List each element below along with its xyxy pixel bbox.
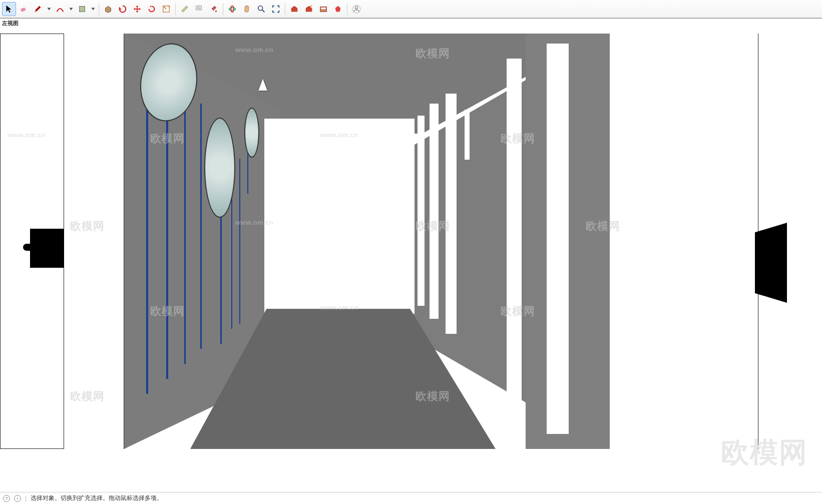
status-hint: 选择对象。切换到扩充选择。拖动鼠标选择多项。 bbox=[31, 494, 163, 502]
scene: 欧模网 欧模网 欧模网 欧模网 欧模网 欧模网 欧模网 欧模网 欧模网 欧模网 … bbox=[0, 19, 822, 492]
door-handle-icon bbox=[755, 223, 787, 303]
corridor-opening bbox=[264, 119, 415, 314]
tape-tool[interactable] bbox=[178, 2, 192, 16]
brand-watermark: 欧模网 bbox=[721, 434, 808, 472]
move-tool[interactable] bbox=[130, 2, 144, 16]
svg-point-8 bbox=[258, 6, 263, 10]
warehouse-tool-1[interactable] bbox=[287, 2, 301, 16]
select-tool[interactable] bbox=[2, 2, 16, 16]
status-bar: ? i | 选择对象。切换到扩充选择。拖动鼠标选择多项。 bbox=[0, 492, 822, 504]
wall-gap bbox=[547, 44, 569, 434]
paint-tool[interactable] bbox=[207, 2, 221, 16]
svg-point-5 bbox=[215, 10, 217, 12]
wall-stripe bbox=[146, 74, 148, 394]
left-door-panel bbox=[64, 34, 124, 449]
status-info-icon[interactable]: i bbox=[14, 495, 21, 502]
door-handle-icon bbox=[30, 229, 64, 268]
toolbar-separator bbox=[99, 3, 99, 15]
wall-gap bbox=[507, 59, 522, 409]
svg-rect-0 bbox=[21, 7, 26, 12]
pan-tool[interactable] bbox=[240, 2, 254, 16]
svg-text:A1: A1 bbox=[197, 6, 201, 10]
wall-gap bbox=[610, 34, 635, 449]
wall-stripe bbox=[239, 159, 240, 324]
wall-art-circle bbox=[244, 108, 259, 158]
svg-rect-10 bbox=[321, 8, 326, 9]
view-label: 左视图 bbox=[2, 20, 19, 27]
wall-gap bbox=[446, 94, 457, 334]
viewport-container: 左视图 bbox=[0, 18, 822, 492]
right-wall-edge bbox=[712, 34, 758, 449]
pencil-dropdown[interactable] bbox=[46, 2, 53, 16]
wall-stripe bbox=[184, 94, 186, 364]
shape-dropdown[interactable] bbox=[90, 2, 97, 16]
wall-gap bbox=[430, 104, 439, 319]
toolbar-separator bbox=[223, 3, 223, 15]
zoom-tool[interactable] bbox=[254, 2, 268, 16]
wall-stripe bbox=[200, 104, 202, 349]
svg-point-11 bbox=[355, 6, 357, 9]
pencil-tool[interactable] bbox=[31, 2, 45, 16]
toolbar-separator bbox=[347, 3, 347, 15]
toolbar-separator bbox=[285, 3, 285, 15]
text-tool[interactable]: A1 bbox=[192, 2, 206, 16]
wall-stripe bbox=[220, 199, 222, 344]
eraser-tool[interactable] bbox=[17, 2, 31, 16]
shape-tool[interactable] bbox=[75, 2, 89, 16]
orbit-tool[interactable] bbox=[225, 2, 239, 16]
pushpull-tool[interactable] bbox=[101, 2, 115, 16]
warehouse-tool-2[interactable] bbox=[302, 2, 316, 16]
toolbar-separator bbox=[175, 3, 176, 15]
svg-rect-9 bbox=[320, 7, 327, 12]
wall-gap bbox=[465, 110, 470, 160]
extension-tool[interactable] bbox=[331, 2, 345, 16]
wall-stripe bbox=[166, 84, 168, 379]
arc-dropdown[interactable] bbox=[68, 2, 75, 16]
svg-rect-1 bbox=[80, 6, 85, 12]
wall-gap bbox=[418, 116, 425, 306]
status-help-icon[interactable]: ? bbox=[3, 495, 10, 502]
wall-art-circle bbox=[204, 118, 235, 218]
scale-tool[interactable] bbox=[159, 2, 173, 16]
3d-viewport[interactable]: 欧模网 欧模网 欧模网 欧模网 欧模网 欧模网 欧模网 欧模网 欧模网 欧模网 … bbox=[0, 19, 822, 492]
main-toolbar: A1 bbox=[0, 0, 822, 18]
scene-cursor-icon bbox=[258, 79, 267, 91]
svg-point-7 bbox=[231, 6, 233, 12]
warehouse-tool-3[interactable] bbox=[316, 2, 330, 16]
follow-tool[interactable] bbox=[116, 2, 130, 16]
svg-point-6 bbox=[229, 8, 236, 10]
arc-tool[interactable] bbox=[53, 2, 67, 16]
zoom-extents-tool[interactable] bbox=[269, 2, 283, 16]
status-separator: | bbox=[25, 495, 27, 502]
rotate-tool[interactable] bbox=[145, 2, 159, 16]
user-tool[interactable] bbox=[349, 2, 363, 16]
app-window: A1 左视图 bbox=[0, 0, 822, 504]
